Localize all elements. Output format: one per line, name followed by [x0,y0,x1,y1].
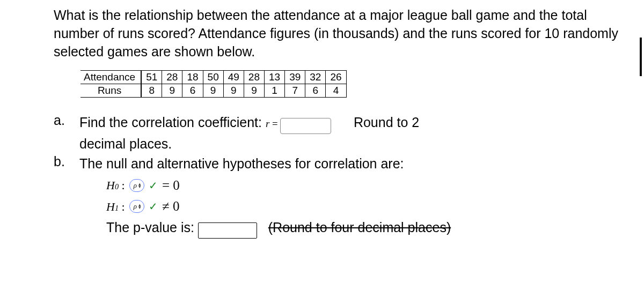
cell: 9 [244,84,264,98]
cell: 4 [326,84,346,98]
check-icon: ✓ [149,198,158,214]
cell: 1 [264,84,284,98]
problem-prompt: What is the relationship between the att… [54,6,623,61]
h1-line: H1 : ρ ▴▾ ✓ ≠ 0 [106,196,623,217]
cell: 28 [244,71,264,84]
cell: 39 [285,71,305,84]
chevron-updown-icon: ▴▾ [138,183,141,188]
cell: 18 [182,71,203,84]
chevron-updown-icon: ▴▾ [138,204,141,209]
h0-label: H0 : [106,176,125,194]
cell: 9 [203,84,223,98]
cell: 32 [305,71,326,84]
round-hint-struck: (Round to four decimal places) [268,220,451,235]
data-table: Attendance 51 28 18 50 49 28 13 39 32 26… [80,70,347,98]
qa-text-round2: decimal places. [79,136,172,151]
row-header-runs: Runs [80,84,141,98]
eq-symbol: = [269,118,280,129]
marker-b: b. [54,154,79,239]
row-header-attendance: Attendance [80,71,141,84]
cell: 28 [162,71,182,84]
p-value-label: The p-value is: [106,220,198,235]
marker-a: a. [54,113,79,154]
cell: 9 [223,84,244,98]
cell: 7 [285,84,305,98]
question-a: a. Find the correlation coefficient: r =… [54,113,623,154]
rho-symbol: ρ [134,180,137,191]
check-icon: ✓ [149,177,158,194]
cell: 49 [223,71,244,84]
scrollbar-thumb[interactable] [640,38,642,76]
h0-dropdown[interactable]: ρ ▴▾ [129,179,144,192]
p-value-input[interactable] [198,222,257,239]
cell: 6 [182,84,203,98]
rho-symbol: ρ [134,201,137,212]
question-b: b. The null and alternative hypotheses f… [54,154,623,239]
qa-text-1: Find the correlation coefficient: [79,115,266,130]
table-row: Runs 8 9 6 9 9 9 1 7 6 4 [80,84,346,98]
cell: 9 [162,84,182,98]
h1-dropdown[interactable]: ρ ▴▾ [129,200,144,213]
h1-label: H1 : [106,198,125,216]
cell: 26 [326,71,346,84]
cell: 6 [305,84,326,98]
cell: 51 [141,71,162,84]
cell: 8 [141,84,162,98]
question-list: a. Find the correlation coefficient: r =… [54,113,623,239]
h0-line: H0 : ρ ▴▾ ✓ = 0 [106,175,623,196]
eq-zero: = 0 [162,175,180,196]
qa-text-round: Round to 2 [354,115,419,130]
qb-intro: The null and alternative hypotheses for … [79,156,404,171]
cell: 50 [203,71,223,84]
p-value-line: The p-value is: (Round to four decimal p… [106,218,623,239]
correlation-input[interactable] [280,118,331,134]
neq-zero: ≠ 0 [162,196,179,217]
table-row: Attendance 51 28 18 50 49 28 13 39 32 26 [80,71,346,84]
cell: 13 [264,71,284,84]
